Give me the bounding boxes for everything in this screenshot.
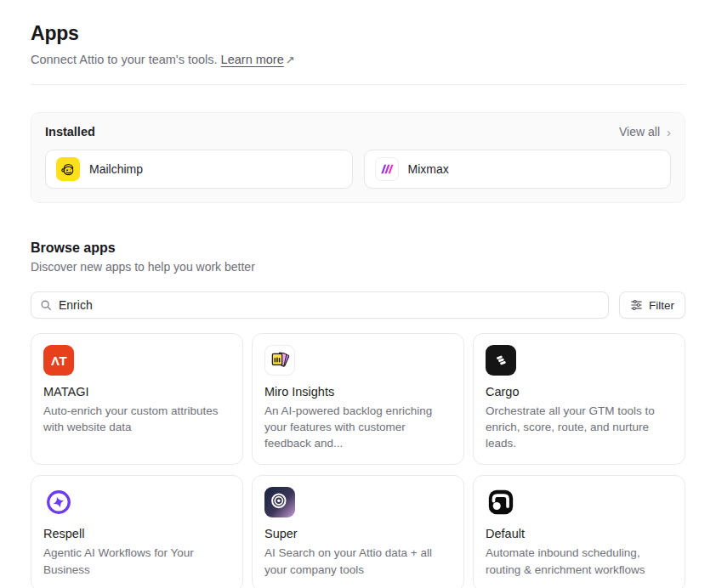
default-icon (486, 487, 516, 517)
search-icon (40, 299, 52, 311)
search-box (31, 291, 609, 319)
app-card-description: Auto-enrich your custom attributes with … (43, 403, 230, 435)
installed-card-mixmax[interactable]: Mixmax (364, 150, 672, 189)
apps-grid: ΛT MATAGI Auto-enrich your custom attrib… (31, 333, 685, 588)
app-card-title: Miro Insights (264, 385, 452, 399)
search-input[interactable] (59, 298, 600, 312)
view-all-label: View all (619, 125, 660, 139)
miro-insights-icon (264, 345, 295, 376)
app-card-description: An AI-powered backlog enriching your fea… (264, 403, 452, 451)
installed-app-name: Mixmax (408, 162, 449, 176)
app-card-cargo[interactable]: Cargo Orchestrate all your GTM tools to … (473, 333, 685, 465)
app-card-matagi[interactable]: ΛT MATAGI Auto-enrich your custom attrib… (31, 333, 243, 465)
page-subtitle: Connect Attio to your team's tools. Lear… (31, 53, 685, 66)
mixmax-icon (375, 157, 399, 181)
app-card-title: Cargo (486, 385, 673, 399)
app-card-description: Orchestrate all your GTM tools to enrich… (486, 403, 673, 451)
app-card-miro-insights[interactable]: Miro Insights An AI-powered backlog enri… (252, 333, 464, 465)
filter-label: Filter (649, 299, 674, 312)
app-card-description: Automate inbound scheduling, routing & e… (486, 545, 673, 577)
external-link-arrow-icon: ↗ (286, 54, 295, 66)
cargo-icon (486, 345, 516, 376)
installed-header: Installed View all › (45, 125, 671, 139)
app-card-title: Respell (43, 527, 230, 540)
app-card-description: Agentic AI Workflows for Your Business (43, 545, 230, 577)
matagi-icon: ΛT (43, 345, 74, 376)
app-card-title: MATAGI (43, 385, 230, 399)
matagi-glyph: ΛT (51, 353, 66, 368)
installed-panel: Installed View all › Mailc (31, 112, 685, 203)
installed-app-name: Mailchimp (89, 162, 143, 176)
browse-apps-title: Browse apps (31, 240, 685, 256)
chevron-right-icon: › (667, 126, 671, 139)
learn-more-link[interactable]: Learn more (221, 53, 284, 66)
apps-page: Apps Connect Attio to your team's tools.… (0, 0, 716, 588)
search-row: Filter (31, 291, 685, 319)
app-card-respell[interactable]: Respell Agentic AI Workflows for Your Bu… (31, 475, 243, 588)
app-card-description: AI Search on your Attio data + all your … (264, 545, 452, 577)
installed-cards: Mailchimp Mixmax (45, 150, 671, 189)
installed-card-mailchimp[interactable]: Mailchimp (45, 150, 353, 189)
super-icon (264, 487, 295, 517)
filter-sliders-icon (630, 299, 643, 311)
browse-apps-subtitle: Discover new apps to help you work bette… (31, 260, 685, 274)
page-title: Apps (31, 22, 685, 45)
header-divider (31, 84, 685, 85)
installed-title: Installed (45, 125, 95, 139)
app-card-default[interactable]: Default Automate inbound scheduling, rou… (473, 475, 685, 588)
mailchimp-icon (56, 157, 80, 181)
app-card-title: Default (486, 527, 673, 540)
respell-icon (43, 487, 74, 517)
app-card-title: Super (264, 527, 452, 540)
subtitle-text: Connect Attio to your team's tools. (31, 53, 218, 66)
view-all-button[interactable]: View all › (619, 125, 671, 139)
filter-button[interactable]: Filter (619, 291, 685, 319)
app-card-super[interactable]: Super AI Search on your Attio data + all… (252, 475, 464, 588)
